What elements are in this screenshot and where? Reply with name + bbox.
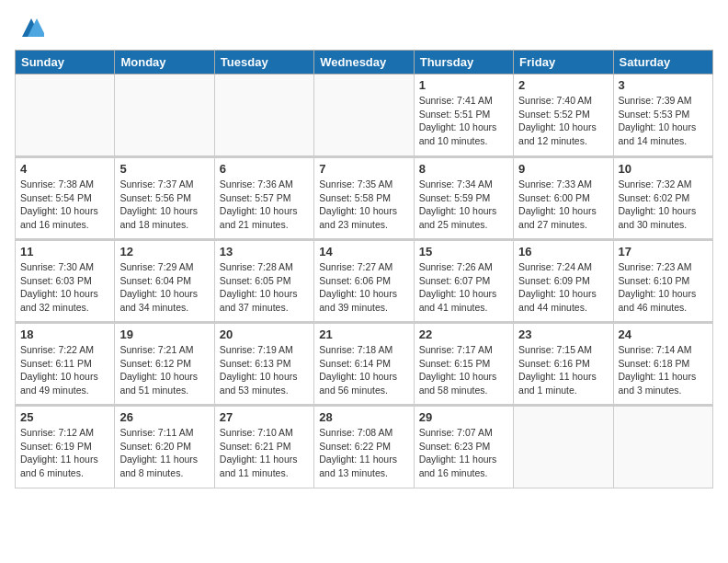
calendar-cell: 13Sunrise: 7:28 AM Sunset: 6:05 PM Dayli… <box>214 240 313 323</box>
day-info: Sunrise: 7:30 AM Sunset: 6:03 PM Dayligh… <box>20 260 109 315</box>
calendar-week-5: 25Sunrise: 7:12 AM Sunset: 6:19 PM Dayli… <box>16 406 713 488</box>
calendar-cell: 10Sunrise: 7:32 AM Sunset: 6:02 PM Dayli… <box>613 157 712 240</box>
day-info: Sunrise: 7:26 AM Sunset: 6:07 PM Dayligh… <box>419 260 508 315</box>
calendar-cell: 20Sunrise: 7:19 AM Sunset: 6:13 PM Dayli… <box>214 323 313 406</box>
day-number: 8 <box>419 162 508 176</box>
header <box>15 15 713 40</box>
day-info: Sunrise: 7:36 AM Sunset: 5:57 PM Dayligh… <box>220 178 309 232</box>
calendar-cell: 26Sunrise: 7:11 AM Sunset: 6:20 PM Dayli… <box>115 406 214 488</box>
calendar-cell: 29Sunrise: 7:07 AM Sunset: 6:23 PM Dayli… <box>414 406 513 488</box>
logo-icon <box>18 15 44 40</box>
day-info: Sunrise: 7:35 AM Sunset: 5:58 PM Dayligh… <box>319 178 408 232</box>
calendar-cell: 16Sunrise: 7:24 AM Sunset: 6:09 PM Dayli… <box>514 240 613 323</box>
day-number: 13 <box>220 245 309 259</box>
day-number: 26 <box>119 410 209 424</box>
day-number: 14 <box>319 245 408 259</box>
day-number: 11 <box>20 245 109 259</box>
calendar-header-sunday: Sunday <box>16 51 115 75</box>
calendar-cell: 9Sunrise: 7:33 AM Sunset: 6:00 PM Daylig… <box>514 157 613 240</box>
day-number: 3 <box>619 78 708 92</box>
calendar-cell: 17Sunrise: 7:23 AM Sunset: 6:10 PM Dayli… <box>613 240 712 323</box>
calendar-cell <box>115 75 214 157</box>
calendar-header-row: SundayMondayTuesdayWednesdayThursdayFrid… <box>16 51 713 75</box>
calendar-cell: 4Sunrise: 7:38 AM Sunset: 5:54 PM Daylig… <box>16 157 115 240</box>
day-info: Sunrise: 7:10 AM Sunset: 6:21 PM Dayligh… <box>220 426 309 480</box>
day-info: Sunrise: 7:34 AM Sunset: 5:59 PM Dayligh… <box>419 178 508 232</box>
calendar-cell: 12Sunrise: 7:29 AM Sunset: 6:04 PM Dayli… <box>115 240 214 323</box>
day-number: 2 <box>518 78 608 92</box>
calendar-cell: 23Sunrise: 7:15 AM Sunset: 6:16 PM Dayli… <box>514 323 613 406</box>
calendar-cell: 25Sunrise: 7:12 AM Sunset: 6:19 PM Dayli… <box>16 406 115 488</box>
calendar-week-3: 11Sunrise: 7:30 AM Sunset: 6:03 PM Dayli… <box>16 240 713 323</box>
calendar-header-saturday: Saturday <box>613 51 712 75</box>
calendar-week-2: 4Sunrise: 7:38 AM Sunset: 5:54 PM Daylig… <box>16 157 713 240</box>
calendar-cell: 19Sunrise: 7:21 AM Sunset: 6:12 PM Dayli… <box>115 323 214 406</box>
day-info: Sunrise: 7:23 AM Sunset: 6:10 PM Dayligh… <box>619 260 708 315</box>
day-number: 7 <box>319 162 408 176</box>
calendar-header-tuesday: Tuesday <box>214 51 313 75</box>
calendar-header-monday: Monday <box>115 51 214 75</box>
day-info: Sunrise: 7:41 AM Sunset: 5:51 PM Dayligh… <box>419 94 508 148</box>
day-number: 10 <box>619 162 708 176</box>
calendar-cell: 6Sunrise: 7:36 AM Sunset: 5:57 PM Daylig… <box>214 157 313 240</box>
logo <box>15 15 44 40</box>
calendar-cell: 7Sunrise: 7:35 AM Sunset: 5:58 PM Daylig… <box>314 157 414 240</box>
day-info: Sunrise: 7:27 AM Sunset: 6:06 PM Dayligh… <box>319 260 408 315</box>
day-number: 1 <box>419 78 508 92</box>
day-info: Sunrise: 7:14 AM Sunset: 6:18 PM Dayligh… <box>619 343 708 397</box>
calendar-cell: 11Sunrise: 7:30 AM Sunset: 6:03 PM Dayli… <box>16 240 115 323</box>
calendar-cell: 2Sunrise: 7:40 AM Sunset: 5:52 PM Daylig… <box>514 75 613 157</box>
calendar-cell: 15Sunrise: 7:26 AM Sunset: 6:07 PM Dayli… <box>414 240 513 323</box>
calendar-cell: 28Sunrise: 7:08 AM Sunset: 6:22 PM Dayli… <box>314 406 414 488</box>
day-number: 4 <box>20 162 109 176</box>
calendar-cell: 27Sunrise: 7:10 AM Sunset: 6:21 PM Dayli… <box>214 406 313 488</box>
day-number: 23 <box>518 327 608 341</box>
day-info: Sunrise: 7:07 AM Sunset: 6:23 PM Dayligh… <box>419 426 508 480</box>
calendar-cell: 1Sunrise: 7:41 AM Sunset: 5:51 PM Daylig… <box>414 75 513 157</box>
calendar-cell <box>214 75 313 157</box>
day-info: Sunrise: 7:11 AM Sunset: 6:20 PM Dayligh… <box>119 426 209 480</box>
calendar-cell: 24Sunrise: 7:14 AM Sunset: 6:18 PM Dayli… <box>613 323 712 406</box>
day-number: 16 <box>518 245 608 259</box>
day-number: 17 <box>619 245 708 259</box>
day-info: Sunrise: 7:24 AM Sunset: 6:09 PM Dayligh… <box>518 260 608 315</box>
day-number: 21 <box>319 327 408 341</box>
calendar-cell <box>314 75 414 157</box>
calendar-cell: 18Sunrise: 7:22 AM Sunset: 6:11 PM Dayli… <box>16 323 115 406</box>
day-number: 12 <box>119 245 209 259</box>
day-info: Sunrise: 7:18 AM Sunset: 6:14 PM Dayligh… <box>319 343 408 397</box>
calendar-week-1: 1Sunrise: 7:41 AM Sunset: 5:51 PM Daylig… <box>16 75 713 157</box>
day-info: Sunrise: 7:33 AM Sunset: 6:00 PM Dayligh… <box>518 178 608 232</box>
day-number: 20 <box>220 327 309 341</box>
day-number: 22 <box>419 327 508 341</box>
day-info: Sunrise: 7:39 AM Sunset: 5:53 PM Dayligh… <box>619 94 708 148</box>
day-info: Sunrise: 7:08 AM Sunset: 6:22 PM Dayligh… <box>319 426 408 480</box>
calendar: SundayMondayTuesdayWednesdayThursdayFrid… <box>15 50 713 488</box>
day-number: 24 <box>619 327 708 341</box>
day-info: Sunrise: 7:15 AM Sunset: 6:16 PM Dayligh… <box>518 343 608 397</box>
day-info: Sunrise: 7:40 AM Sunset: 5:52 PM Dayligh… <box>518 94 608 148</box>
day-number: 25 <box>20 410 109 424</box>
calendar-header-wednesday: Wednesday <box>314 51 414 75</box>
day-info: Sunrise: 7:22 AM Sunset: 6:11 PM Dayligh… <box>20 343 109 397</box>
day-number: 27 <box>220 410 309 424</box>
day-info: Sunrise: 7:19 AM Sunset: 6:13 PM Dayligh… <box>220 343 309 397</box>
calendar-cell <box>514 406 613 488</box>
day-number: 18 <box>20 327 109 341</box>
calendar-cell <box>613 406 712 488</box>
calendar-week-4: 18Sunrise: 7:22 AM Sunset: 6:11 PM Dayli… <box>16 323 713 406</box>
day-number: 9 <box>518 162 608 176</box>
day-info: Sunrise: 7:28 AM Sunset: 6:05 PM Dayligh… <box>220 260 309 315</box>
day-number: 6 <box>220 162 309 176</box>
day-info: Sunrise: 7:32 AM Sunset: 6:02 PM Dayligh… <box>619 178 708 232</box>
day-number: 29 <box>419 410 508 424</box>
day-info: Sunrise: 7:37 AM Sunset: 5:56 PM Dayligh… <box>119 178 209 232</box>
day-number: 15 <box>419 245 508 259</box>
calendar-cell: 21Sunrise: 7:18 AM Sunset: 6:14 PM Dayli… <box>314 323 414 406</box>
calendar-cell: 5Sunrise: 7:37 AM Sunset: 5:56 PM Daylig… <box>115 157 214 240</box>
calendar-cell: 22Sunrise: 7:17 AM Sunset: 6:15 PM Dayli… <box>414 323 513 406</box>
calendar-cell: 14Sunrise: 7:27 AM Sunset: 6:06 PM Dayli… <box>314 240 414 323</box>
calendar-header-friday: Friday <box>514 51 613 75</box>
day-number: 5 <box>119 162 209 176</box>
calendar-cell: 3Sunrise: 7:39 AM Sunset: 5:53 PM Daylig… <box>613 75 712 157</box>
